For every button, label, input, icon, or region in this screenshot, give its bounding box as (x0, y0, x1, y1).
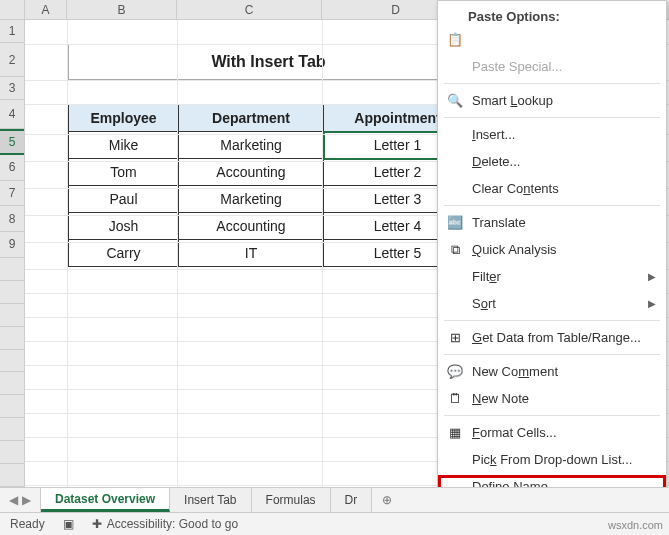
menu-item-format-cells[interactable]: ▦Format Cells... (438, 419, 666, 446)
menu-item-new-note[interactable]: 🗒New Note (438, 385, 666, 412)
table-row: PaulMarketingLetter 3 (69, 186, 472, 213)
row-header[interactable]: 6 (0, 155, 24, 181)
🔍-icon: 🔍 (446, 93, 464, 108)
table-row: CarryITLetter 5 (69, 240, 472, 267)
▦-icon: ▦ (446, 425, 464, 440)
menu-separator (444, 205, 660, 206)
menu-item-clear-contents[interactable]: Clear Contents (438, 175, 666, 202)
🗒-icon: 🗒 (446, 391, 464, 406)
menu-item-sort[interactable]: Sort▶ (438, 290, 666, 317)
⧉-icon: ⧉ (446, 242, 464, 258)
menu-separator (444, 354, 660, 355)
menu-item-label: Paste Special... (472, 59, 562, 74)
menu-item-filter[interactable]: Filter▶ (438, 263, 666, 290)
tab-nav-arrows[interactable]: ◀ ▶ (0, 488, 40, 512)
table-header-row: EmployeeDepartmentAppointment (69, 105, 472, 132)
column-header[interactable]: A (25, 0, 67, 19)
sheet-tab[interactable]: Formulas (252, 488, 331, 512)
table-cell[interactable]: Tom (69, 159, 179, 186)
table-row: JoshAccountingLetter 4 (69, 213, 472, 240)
menu-item-insert[interactable]: Insert... (438, 121, 666, 148)
new-sheet-button[interactable]: ⊕ (372, 488, 402, 512)
table-row: TomAccountingLetter 2 (69, 159, 472, 186)
select-all-corner[interactable] (0, 0, 25, 19)
table-cell[interactable]: Accounting (179, 213, 324, 240)
menu-item-quick-analysis[interactable]: ⧉Quick Analysis (438, 236, 666, 263)
menu-item-label: Quick Analysis (472, 242, 557, 257)
menu-item-smart-lookup[interactable]: 🔍Smart Lookup (438, 87, 666, 114)
table-cell[interactable]: Marketing (179, 186, 324, 213)
table-cell[interactable]: Mike (69, 132, 179, 159)
row-headers-column: 123456789 (0, 20, 25, 487)
table-cell[interactable]: Accounting (179, 159, 324, 186)
menu-item-translate[interactable]: 🔤Translate (438, 209, 666, 236)
menu-item-label: Sort (472, 296, 496, 311)
status-mode: Ready (10, 517, 45, 531)
menu-item-pick-from-drop-down-list[interactable]: Pick From Drop-down List... (438, 446, 666, 473)
table-cell[interactable]: Josh (69, 213, 179, 240)
table-row: MikeMarketingLetter 1 (69, 132, 472, 159)
menu-separator (444, 320, 660, 321)
menu-item-label: Clear Contents (472, 181, 559, 196)
row-header[interactable]: 9 (0, 232, 24, 258)
menu-item-label: Delete... (472, 154, 520, 169)
context-menu: Paste Options: 📋Paste Special...🔍Smart L… (437, 0, 667, 520)
menu-separator (444, 117, 660, 118)
sheet-tab[interactable]: Dr (331, 488, 373, 512)
menu-item-paste-special: Paste Special... (438, 53, 666, 80)
table-cell[interactable]: Carry (69, 240, 179, 267)
⊞-icon: ⊞ (446, 330, 464, 345)
🔤-icon: 🔤 (446, 215, 464, 230)
column-header[interactable]: B (67, 0, 177, 19)
sheet-tab[interactable]: Dataset Overview (41, 488, 170, 512)
sheet-tabs-bar: ◀ ▶ Dataset OverviewInsert TabFormulasDr… (0, 487, 669, 512)
menu-paste-icon: 📋 (438, 26, 666, 53)
status-bar: Ready ▣ ✚ Accessibility: Good to go (0, 512, 669, 535)
accessibility-icon: ✚ (92, 517, 102, 531)
📋-icon: 📋 (446, 32, 464, 47)
row-header[interactable]: 2 (0, 43, 24, 77)
menu-item-label: Pick From Drop-down List... (472, 452, 632, 467)
table-cell[interactable]: Marketing (179, 132, 324, 159)
row-header[interactable]: 8 (0, 206, 24, 232)
menu-separator (444, 415, 660, 416)
macro-record-icon[interactable]: ▣ (63, 517, 74, 531)
menu-item-label: Translate (472, 215, 526, 230)
menu-item-new-comment[interactable]: 💬New Comment (438, 358, 666, 385)
table-cell[interactable]: IT (179, 240, 324, 267)
submenu-arrow-icon: ▶ (648, 271, 656, 282)
submenu-arrow-icon: ▶ (648, 298, 656, 309)
menu-item-delete[interactable]: Delete... (438, 148, 666, 175)
row-header[interactable]: 7 (0, 181, 24, 207)
table-header[interactable]: Employee (69, 105, 179, 132)
💬-icon: 💬 (446, 364, 464, 379)
menu-item-label: New Note (472, 391, 529, 406)
menu-separator (444, 83, 660, 84)
watermark: wsxdn.com (608, 519, 663, 531)
accessibility-status[interactable]: ✚ Accessibility: Good to go (92, 517, 238, 531)
sheet-tabs-scroll: Dataset OverviewInsert TabFormulasDr (40, 488, 372, 512)
column-header[interactable]: C (177, 0, 322, 19)
menu-item-label: Filter (472, 269, 501, 284)
menu-item-label: Smart Lookup (472, 93, 553, 108)
row-header[interactable]: 5 (0, 129, 24, 155)
table-header[interactable]: Department (179, 105, 324, 132)
menu-item-get-data-from-table-range[interactable]: ⊞Get Data from Table/Range... (438, 324, 666, 351)
menu-item-label: Get Data from Table/Range... (472, 330, 641, 345)
table-cell[interactable]: Paul (69, 186, 179, 213)
menu-item-label: Format Cells... (472, 425, 557, 440)
menu-item-label: Insert... (472, 127, 515, 142)
sheet-tab[interactable]: Insert Tab (170, 488, 251, 512)
row-header[interactable]: 4 (0, 100, 24, 129)
context-menu-heading: Paste Options: (438, 5, 666, 26)
menu-item-label: New Comment (472, 364, 558, 379)
sheet-title: With Insert Tab (68, 44, 469, 80)
row-header[interactable]: 3 (0, 77, 24, 100)
row-header[interactable]: 1 (0, 20, 24, 43)
